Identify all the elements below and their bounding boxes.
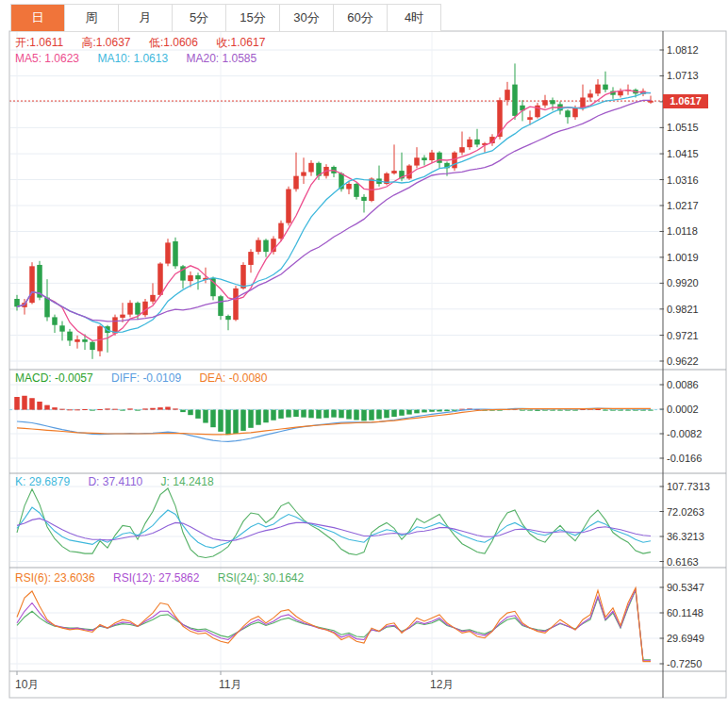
diff-value: DIFF: -0.0109 xyxy=(111,371,181,385)
svg-text:36.3213: 36.3213 xyxy=(667,531,704,542)
y-axis-labels: 1.08121.07131.05151.04151.03161.02171.01… xyxy=(660,44,710,669)
svg-text:107.7313: 107.7313 xyxy=(667,481,710,492)
svg-text:1.0019: 1.0019 xyxy=(667,252,699,263)
svg-text:60.1148: 60.1148 xyxy=(667,607,703,618)
tab-15min[interactable]: 15分 xyxy=(226,5,280,31)
ohlc-open: 开:1.0611 xyxy=(15,36,63,49)
tab-month[interactable]: 月 xyxy=(119,5,173,31)
svg-text:0.9721: 0.9721 xyxy=(667,330,699,341)
tab-5min[interactable]: 5分 xyxy=(173,5,226,31)
svg-text:1.0118: 1.0118 xyxy=(667,225,698,237)
x-axis-labels: 10月11月12月 xyxy=(15,671,454,691)
svg-text:29.6949: 29.6949 xyxy=(667,633,704,644)
svg-text:0.0002: 0.0002 xyxy=(667,404,699,415)
kdj-row: K: 29.6879 D: 37.4110 J: 14.2418 xyxy=(15,475,229,488)
svg-text:1.0812: 1.0812 xyxy=(667,44,699,56)
svg-text:90.5347: 90.5347 xyxy=(667,582,704,593)
svg-text:11月: 11月 xyxy=(219,678,241,691)
j-value: J: 14.2418 xyxy=(161,475,214,488)
rsi24-value: RSI(24): 30.1642 xyxy=(218,571,304,585)
svg-text:-0.0166: -0.0166 xyxy=(667,453,702,464)
svg-text:0.6163: 0.6163 xyxy=(667,556,699,568)
svg-text:0.9920: 0.9920 xyxy=(667,277,699,289)
svg-text:-0.7250: -0.7250 xyxy=(667,658,702,669)
svg-text:1.0415: 1.0415 xyxy=(667,148,699,159)
svg-text:1.0515: 1.0515 xyxy=(667,122,699,133)
kdj-lines xyxy=(17,488,651,558)
ohlc-close: 收:1.0617 xyxy=(216,36,265,49)
ohlc-row: 开:1.0611 高:1.0637 低:1.0606 收:1.0617 xyxy=(15,35,280,51)
d-value: D: 37.4110 xyxy=(88,475,142,488)
tab-week[interactable]: 周 xyxy=(65,5,119,31)
macd-histogram xyxy=(14,396,654,435)
svg-text:72.0263: 72.0263 xyxy=(667,506,704,518)
svg-text:0.9821: 0.9821 xyxy=(667,304,699,315)
svg-text:0.0086: 0.0086 xyxy=(667,379,699,390)
chart-canvas[interactable]: 1.08121.07131.05151.04151.03161.02171.01… xyxy=(0,0,728,709)
current-price-badge: 1.0617 xyxy=(663,94,708,108)
dea-value: DEA: -0.0080 xyxy=(199,371,267,385)
tab-4hour[interactable]: 4时 xyxy=(388,5,440,31)
panel-frame xyxy=(9,31,726,698)
svg-text:1.0217: 1.0217 xyxy=(667,200,699,211)
svg-text:1.0713: 1.0713 xyxy=(667,70,699,81)
ma20-value: MA20: 1.0585 xyxy=(186,52,256,65)
macd-row: MACD: -0.0057 DIFF: -0.0109 DEA: -0.0080 xyxy=(15,371,282,385)
macd-value: MACD: -0.0057 xyxy=(15,371,93,385)
ma10-value: MA10: 1.0613 xyxy=(97,52,168,65)
svg-text:-0.0082: -0.0082 xyxy=(667,428,702,439)
svg-text:12月: 12月 xyxy=(430,678,454,691)
svg-text:10月: 10月 xyxy=(15,678,39,691)
tab-60min[interactable]: 60分 xyxy=(334,5,388,31)
ma-row: MA5: 1.0623 MA10: 1.0613 MA20: 1.0585 xyxy=(15,52,272,65)
kline-chart-app: 1.08121.07131.05151.04151.03161.02171.01… xyxy=(0,0,728,709)
svg-text:0.9622: 0.9622 xyxy=(667,355,699,367)
tab-30min[interactable]: 30分 xyxy=(280,5,334,31)
svg-text:1.0316: 1.0316 xyxy=(667,174,699,186)
ohlc-high: 高:1.0637 xyxy=(82,36,131,49)
rsi-row: RSI(6): 23.6036 RSI(12): 27.5862 RSI(24)… xyxy=(15,571,319,585)
timeframe-tabs: 日 周 月 5分 15分 30分 60分 4时 xyxy=(10,4,441,32)
rsi12-value: RSI(12): 27.5862 xyxy=(113,571,199,585)
rsi6-value: RSI(6): 23.6036 xyxy=(15,571,95,585)
k-value: K: 29.6879 xyxy=(15,475,70,488)
rsi-lines xyxy=(17,588,651,662)
ma5-value: MA5: 1.0623 xyxy=(15,52,79,65)
ohlc-low: 低:1.0606 xyxy=(149,36,198,49)
tab-day[interactable]: 日 xyxy=(11,5,65,31)
